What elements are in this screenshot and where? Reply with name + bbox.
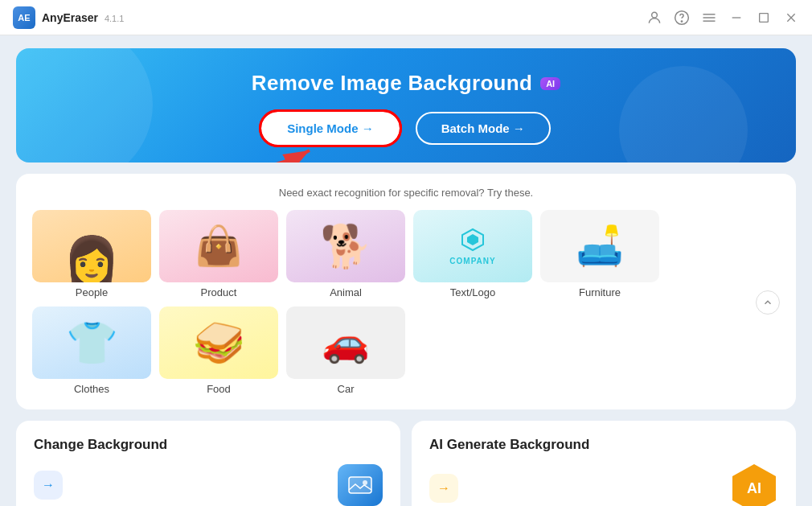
category-clothes-label: Clothes xyxy=(74,383,109,395)
ai-background-card: AI Generate Background → AI xyxy=(412,421,796,506)
change-background-row: → xyxy=(34,464,383,506)
category-people-thumb: 👩 xyxy=(32,210,151,282)
category-product-label: Product xyxy=(201,286,237,298)
svg-rect-11 xyxy=(349,477,371,493)
category-product[interactable]: 👜 Product xyxy=(159,210,278,298)
hero-title: Remove Image Background xyxy=(252,71,532,96)
category-textlogo-thumb: COMPANY xyxy=(413,210,532,282)
main-content: Remove Image Background AI Single Mode →… xyxy=(0,35,812,506)
category-animal-label: Animal xyxy=(330,286,362,298)
bottom-row: Change Background → AI Generate Backgrou… xyxy=(16,421,796,506)
svg-point-2 xyxy=(681,20,682,21)
menu-icon[interactable] xyxy=(701,10,717,26)
change-background-title: Change Background xyxy=(34,437,383,453)
hero-card: Remove Image Background AI Single Mode →… xyxy=(16,48,796,162)
category-food-label: Food xyxy=(207,383,231,395)
single-mode-button[interactable]: Single Mode → xyxy=(261,112,400,145)
app-logo: AE xyxy=(13,6,35,29)
minimize-icon[interactable] xyxy=(728,10,744,26)
change-background-icon xyxy=(338,464,383,506)
category-food-thumb: 🥪 xyxy=(159,306,278,379)
help-icon[interactable] xyxy=(674,10,690,26)
change-background-button[interactable]: → xyxy=(34,471,63,500)
category-people[interactable]: 👩 People xyxy=(32,210,151,298)
categories-hint: Need exact recognition for specific remo… xyxy=(32,187,780,199)
user-avatar-icon[interactable] xyxy=(646,10,662,26)
svg-rect-7 xyxy=(760,13,769,22)
hero-buttons: Single Mode → Batch Mode → xyxy=(261,112,551,145)
category-clothes-thumb: 👕 xyxy=(32,306,151,379)
window-controls xyxy=(646,10,799,26)
svg-text:AI: AI xyxy=(747,480,761,496)
category-car-thumb: 🚗 xyxy=(286,306,405,379)
category-animal-thumb: 🐕 xyxy=(286,210,405,282)
ai-background-button[interactable]: → xyxy=(429,474,458,503)
category-furniture[interactable]: 🛋️ Furniture xyxy=(540,210,659,298)
maximize-icon[interactable] xyxy=(756,10,772,26)
scroll-up-button[interactable] xyxy=(756,290,780,315)
svg-point-0 xyxy=(652,12,658,18)
app-name: AnyEraser 4.1.1 xyxy=(42,11,646,24)
close-icon[interactable] xyxy=(783,10,799,26)
ai-badge: AI xyxy=(540,77,560,90)
ai-background-row: → AI xyxy=(429,464,778,506)
category-furniture-thumb: 🛋️ xyxy=(540,210,659,282)
category-car[interactable]: 🚗 Car xyxy=(286,306,405,395)
categories-section: Need exact recognition for specific remo… xyxy=(16,174,796,409)
hero-title-row: Remove Image Background AI xyxy=(252,71,560,96)
change-background-card: Change Background → xyxy=(16,421,400,506)
category-car-label: Car xyxy=(338,383,355,395)
category-clothes[interactable]: 👕 Clothes xyxy=(32,306,151,395)
category-people-label: People xyxy=(76,286,108,298)
titlebar: AE AnyEraser 4.1.1 xyxy=(0,0,812,35)
ai-background-title: AI Generate Background xyxy=(429,437,778,453)
category-animal[interactable]: 🐕 Animal xyxy=(286,210,405,298)
svg-point-12 xyxy=(363,480,367,485)
category-textlogo-label: Text/Logo xyxy=(450,286,495,298)
category-food[interactable]: 🥪 Food xyxy=(159,306,278,395)
category-textlogo[interactable]: COMPANY Text/Logo xyxy=(413,210,532,298)
app-version: 4.1.1 xyxy=(105,14,124,23)
category-furniture-label: Furniture xyxy=(579,286,621,298)
category-product-thumb: 👜 xyxy=(159,210,278,282)
ai-hex-icon: AI xyxy=(730,464,778,506)
batch-mode-button[interactable]: Batch Mode → xyxy=(416,112,551,145)
